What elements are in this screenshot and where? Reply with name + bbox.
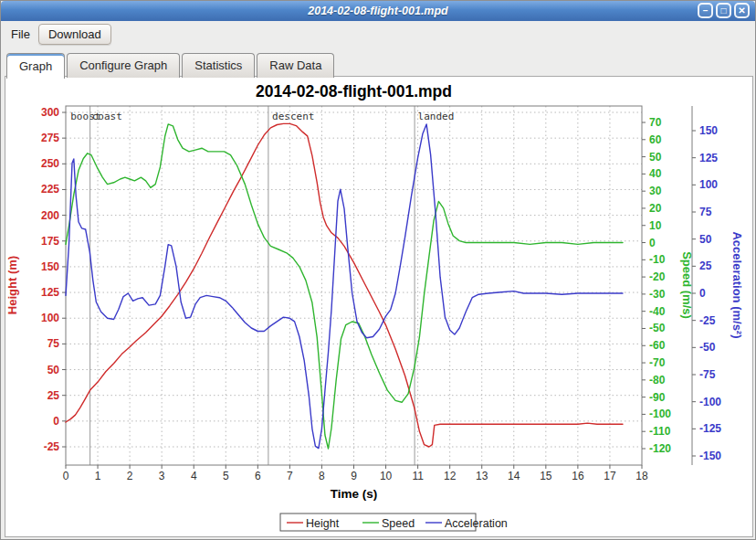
tab-statistics[interactable]: Statistics [182, 53, 255, 78]
minimize-button[interactable]: – [698, 3, 713, 18]
file-menu[interactable]: File [3, 24, 38, 45]
download-button[interactable]: Download [38, 24, 111, 45]
tab-graph[interactable]: Graph [6, 53, 65, 79]
menu-bar: File Download [1, 21, 755, 47]
window-title: 2014-02-08-flight-001.mpd [308, 5, 448, 17]
app-window: 2014-02-08-flight-001.mpd – □ ✕ File Dow… [0, 0, 756, 540]
tab-configure-graph[interactable]: Configure Graph [67, 53, 180, 78]
window-controls: – □ ✕ [698, 3, 750, 18]
graph-panel [5, 76, 753, 537]
close-button[interactable]: ✕ [734, 3, 750, 18]
maximize-button[interactable]: □ [716, 3, 731, 18]
tab-raw-data[interactable]: Raw Data [257, 53, 334, 78]
tab-bar: Graph Configure Graph Statistics Raw Dat… [6, 53, 336, 78]
title-bar[interactable]: 2014-02-08-flight-001.mpd – □ ✕ [1, 1, 755, 21]
